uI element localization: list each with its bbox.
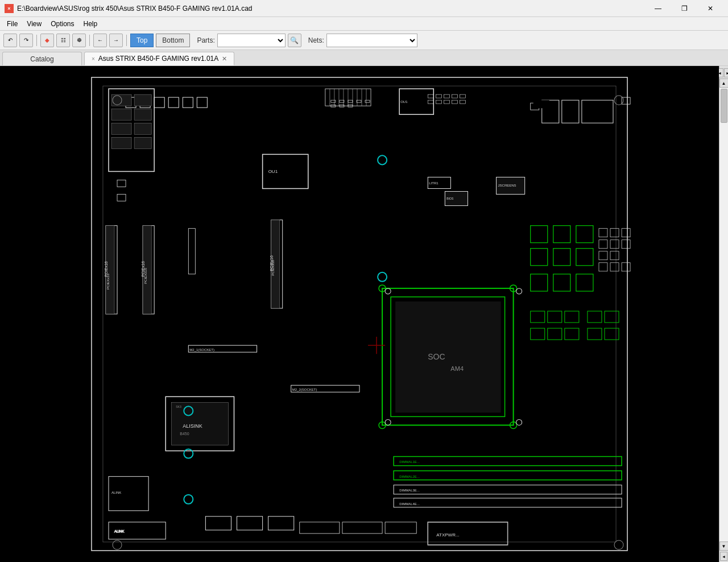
svg-text:SK3: SK3 xyxy=(176,405,181,408)
svg-text:BIOS: BIOS xyxy=(446,197,454,200)
bottom-button[interactable]: Bottom xyxy=(156,34,190,47)
svg-text:ALISINK: ALISINK xyxy=(183,423,202,429)
svg-text:DIMMAL4E...: DIMMAL4E... xyxy=(399,502,420,506)
forward-button[interactable]: ↷ xyxy=(19,34,33,47)
app-icon: × xyxy=(5,4,14,13)
window-title: E:\Boardview\ASUS\rog strix 450\Asus STR… xyxy=(17,5,253,13)
svg-text:M2_1(SOCKET): M2_1(SOCKET) xyxy=(189,348,214,352)
arrow-left-button[interactable]: ← xyxy=(93,34,107,47)
close-button[interactable]: ✕ xyxy=(697,0,723,17)
svg-rect-57 xyxy=(134,123,151,134)
grid2-button[interactable]: ☸ xyxy=(72,34,86,47)
board-tab-label: Asus STRIX B450-F GAMING rev1.01A xyxy=(98,55,218,63)
board-tab[interactable]: × Asus STRIX B450-F GAMING rev1.01A ✕ xyxy=(84,52,234,65)
svg-text:B450: B450 xyxy=(180,432,189,436)
svg-text:M2_2(SOCKET): M2_2(SOCKET) xyxy=(292,388,317,391)
scroll-thumb[interactable] xyxy=(721,89,727,123)
arrow-right-button[interactable]: → xyxy=(109,34,123,47)
parts-search-button[interactable]: 🔍 xyxy=(288,34,301,47)
svg-text:ALINK: ALINK xyxy=(111,491,121,494)
scroll-right-button[interactable]: ► xyxy=(724,68,728,77)
svg-text:JSCREENS: JSCREENS xyxy=(498,184,516,187)
back-button[interactable]: ↶ xyxy=(3,34,17,47)
vertical-scrollbar: ◄ ► ▲ ▼ ◄ xyxy=(719,66,728,562)
toolbar-separator-1 xyxy=(36,35,37,46)
toolbar: ↶ ↷ ◆ ☷ ☸ ← → Top Bottom Parts: 🔍 Nets: xyxy=(0,31,728,50)
parts-select[interactable] xyxy=(217,34,286,47)
title-bar: × E:\Boardview\ASUS\rog strix 450\Asus S… xyxy=(0,0,728,17)
svg-rect-0 xyxy=(75,66,644,562)
svg-rect-56 xyxy=(134,109,151,120)
svg-rect-54 xyxy=(111,137,131,148)
board-schematic: SOC AM4 PCIEx16 PCIEx16 PCIEx16 xyxy=(0,66,719,562)
svg-rect-145 xyxy=(533,100,549,108)
catalog-tab[interactable]: Catalog xyxy=(2,52,82,65)
svg-text:PCIEXx16: PCIEXx16 xyxy=(144,268,147,284)
svg-text:AM4: AM4 xyxy=(450,365,464,372)
grid-button[interactable]: ☷ xyxy=(56,34,70,47)
main-content: SOC AM4 PCIEx16 PCIEx16 PCIEx16 xyxy=(0,66,728,562)
window-controls: — ❐ ✕ xyxy=(645,0,723,17)
svg-text:PCIEXx16: PCIEXx16 xyxy=(106,274,110,290)
svg-rect-58 xyxy=(134,137,151,148)
svg-text:DIMMAL2E...: DIMMAL2E... xyxy=(399,475,420,478)
scroll-track xyxy=(719,88,728,542)
svg-text:DIMMAL1E...: DIMMAL1E... xyxy=(399,460,420,464)
toolbar-separator-2 xyxy=(89,35,90,46)
svg-text:ATXPWR...: ATXPWR... xyxy=(436,532,459,538)
nets-label: Nets: xyxy=(308,36,324,44)
svg-rect-52 xyxy=(111,109,131,120)
menu-view[interactable]: View xyxy=(22,19,46,29)
svg-text:OU1: OU1 xyxy=(268,169,278,174)
minimize-button[interactable]: — xyxy=(645,0,671,17)
catalog-tab-label: Catalog xyxy=(30,55,53,63)
menu-file[interactable]: File xyxy=(2,19,22,29)
board-canvas[interactable]: SOC AM4 PCIEx16 PCIEx16 PCIEx16 xyxy=(0,66,719,562)
menu-options[interactable]: Options xyxy=(46,19,78,29)
board-tab-icon: × xyxy=(92,56,95,62)
svg-text:PCIEXx16: PCIEXx16 xyxy=(271,260,275,276)
svg-text:SOC: SOC xyxy=(428,352,445,361)
highlight-button[interactable]: ◆ xyxy=(40,34,54,47)
tab-bar: Catalog × Asus STRIX B450-F GAMING rev1.… xyxy=(0,50,728,66)
parts-label: Parts: xyxy=(197,36,214,44)
toolbar-separator-3 xyxy=(126,35,127,46)
maximize-button[interactable]: ❐ xyxy=(671,0,697,17)
board-tab-close-button[interactable]: ✕ xyxy=(222,55,227,63)
svg-text:OU1: OU1 xyxy=(400,100,408,104)
svg-rect-53 xyxy=(111,123,131,134)
svg-text:DIMMAL3E...: DIMMAL3E... xyxy=(399,489,420,492)
svg-text:LITR1: LITR1 xyxy=(429,181,439,185)
svg-rect-5 xyxy=(395,301,500,412)
nets-select[interactable] xyxy=(326,34,417,47)
top-button[interactable]: Top xyxy=(130,34,154,47)
scroll-up-button[interactable]: ▲ xyxy=(719,78,729,88)
menu-help[interactable]: Help xyxy=(79,19,102,29)
scroll-side-left-button2[interactable]: ◄ xyxy=(720,552,727,561)
svg-text:ALINK: ALINK xyxy=(114,530,124,533)
svg-rect-55 xyxy=(134,94,151,106)
scroll-down-button[interactable]: ▼ xyxy=(719,542,729,551)
menu-bar: File View Options Help xyxy=(0,17,728,31)
